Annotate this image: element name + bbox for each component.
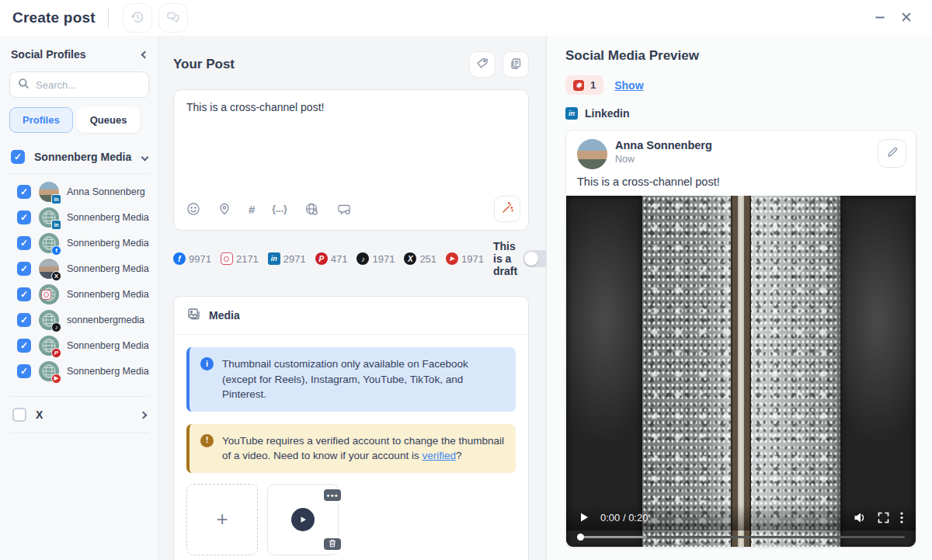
linkedin-icon: in xyxy=(268,252,280,265)
more-options-button[interactable] xyxy=(900,512,903,523)
templates-button[interactable] xyxy=(503,51,529,78)
toggle-knob xyxy=(524,252,538,266)
youtube-count: ▶1971 xyxy=(446,252,484,265)
avatar: in xyxy=(39,207,59,228)
video-time: 0:00 / 0:20 xyxy=(600,512,648,523)
close-button[interactable] xyxy=(893,5,920,31)
preview-post-text: This is a cross-channel post! xyxy=(566,172,916,196)
preview-network-label: Linkedin xyxy=(585,107,630,120)
minimize-button[interactable] xyxy=(867,5,893,31)
group-checkbox[interactable]: ✓ xyxy=(11,150,25,164)
profile-checkbox[interactable]: ✓ xyxy=(17,287,31,301)
buffered-segment xyxy=(577,536,647,538)
warning-count-badge: ✱ 1 xyxy=(565,75,603,95)
profile-list: ✓ in Anna Sonnenberg ✓ in Sonnenberg Med… xyxy=(9,174,149,384)
history-button[interactable] xyxy=(123,3,152,33)
location-icon[interactable] xyxy=(217,202,231,216)
hashtag-icon[interactable]: # xyxy=(249,203,255,216)
tab-queues[interactable]: Queues xyxy=(77,107,141,133)
edit-preview-button[interactable] xyxy=(878,139,906,168)
profile-checkbox[interactable]: ✓ xyxy=(17,210,31,224)
post-time: Now xyxy=(615,154,635,165)
divider xyxy=(108,8,109,28)
create-post-window: Create post Social Profiles xyxy=(0,0,932,560)
close-icon xyxy=(900,11,913,26)
ai-assistant-button[interactable] xyxy=(494,196,520,222)
tab-profiles[interactable]: Profiles xyxy=(9,107,73,133)
globe-link-icon[interactable] xyxy=(304,202,319,217)
alert-icon: ✱ xyxy=(573,80,584,91)
profile-name: Sonnenberg Media xyxy=(67,263,149,274)
profile-row-pinterest[interactable]: ✓ P Sonnenberg Media xyxy=(9,332,149,358)
profile-checkbox[interactable]: ✓ xyxy=(17,364,31,378)
facebook-icon: f xyxy=(173,252,186,265)
avatar: ▶ xyxy=(39,361,59,381)
fullscreen-button[interactable] xyxy=(878,512,889,523)
volume-button[interactable] xyxy=(854,512,867,523)
profile-row-x[interactable]: ✓ X Sonnenberg Media xyxy=(9,256,149,281)
search-input[interactable] xyxy=(36,79,141,91)
avatar: ♪ xyxy=(39,310,59,330)
profile-row-instagram[interactable]: ✓ Sonnenberg Media xyxy=(9,281,149,307)
profile-row-linkedin[interactable]: ✓ in Sonnenberg Media xyxy=(9,204,149,230)
profile-row-facebook[interactable]: ✓ f Sonnenberg Media xyxy=(9,230,149,256)
collapse-sidebar-icon[interactable] xyxy=(141,50,149,58)
tag-icon xyxy=(475,57,489,73)
x-group-row[interactable]: X xyxy=(9,396,149,433)
profile-row-youtube[interactable]: ✓ ▶ Sonnenberg Media xyxy=(9,358,149,384)
profile-checkbox[interactable]: ✓ xyxy=(17,185,31,199)
video-progress-bar[interactable] xyxy=(577,536,905,538)
chevron-down-icon[interactable] xyxy=(141,153,149,161)
placeholder-braces-icon[interactable]: {...} xyxy=(272,203,287,214)
conversations-button[interactable] xyxy=(158,3,188,33)
linkedin-icon: in xyxy=(565,107,578,120)
progress-knob[interactable] xyxy=(577,534,584,541)
play-button[interactable] xyxy=(579,512,589,523)
profile-name: Sonnenberg Media xyxy=(67,340,149,351)
x-group-checkbox[interactable] xyxy=(12,408,26,422)
draft-toggle[interactable] xyxy=(523,250,546,267)
video-player[interactable]: 0:00 / 0:20 xyxy=(566,196,916,548)
video-letterbox-left xyxy=(566,196,642,548)
profile-checkbox[interactable]: ✓ xyxy=(17,236,31,250)
thumbnail-menu-button[interactable]: ●●● xyxy=(322,488,343,503)
show-warnings-link[interactable]: Show xyxy=(614,79,643,92)
youtube-warning-alert: ! YouTube requires a verified account to… xyxy=(186,424,516,473)
media-icon xyxy=(186,307,201,324)
author-avatar xyxy=(577,139,607,169)
social-media-preview-panel: Social Media Preview ✱ 1 Show in Linkedi… xyxy=(546,36,932,560)
video-frame xyxy=(642,196,840,548)
linkedin-post-preview: Anna Sonnenberg Now This is a cross-chan… xyxy=(565,130,916,548)
page-title: Create post xyxy=(12,9,96,26)
instagram-icon xyxy=(41,290,51,300)
thumbnail-info-alert: i Thumbnail customization only available… xyxy=(186,347,516,412)
pinterest-count: P471 xyxy=(315,252,348,265)
profile-search[interactable] xyxy=(9,71,149,98)
profile-group-header[interactable]: ✓ Sonnenberg Media xyxy=(9,147,149,174)
profile-checkbox[interactable]: ✓ xyxy=(17,262,31,276)
minimize-icon xyxy=(874,11,886,26)
post-text-input[interactable]: This is a cross-channel post! xyxy=(174,90,528,191)
add-media-button[interactable]: + xyxy=(186,484,258,555)
group-label: Sonnenberg Media xyxy=(34,151,133,163)
emoji-icon[interactable] xyxy=(186,202,200,216)
pinterest-icon: P xyxy=(51,348,61,358)
profile-checkbox[interactable]: ✓ xyxy=(17,313,31,327)
draft-label: This is a draft xyxy=(493,240,517,277)
instagram-count: 2171 xyxy=(221,252,259,265)
video-thumbnail[interactable]: ●●● xyxy=(267,484,339,555)
profile-row-anna-linkedin[interactable]: ✓ in Anna Sonnenberg xyxy=(9,179,149,204)
verified-link[interactable]: verified xyxy=(422,450,456,461)
profile-checkbox[interactable]: ✓ xyxy=(17,339,31,353)
labels-button[interactable] xyxy=(469,51,496,78)
video-controls: 0:00 / 0:20 xyxy=(566,504,916,530)
delete-media-button[interactable] xyxy=(322,537,343,551)
facebook-count: f9971 xyxy=(173,252,211,265)
your-post-title: Your Post xyxy=(173,57,462,72)
profile-name: sonnenbergmedia xyxy=(67,315,144,325)
linkedin-icon: in xyxy=(51,194,61,204)
avatar xyxy=(39,284,59,304)
chevron-right-icon[interactable] xyxy=(140,411,148,419)
comment-icon[interactable] xyxy=(336,202,351,217)
profile-row-tiktok[interactable]: ✓ ♪ sonnenbergmedia xyxy=(9,307,149,332)
